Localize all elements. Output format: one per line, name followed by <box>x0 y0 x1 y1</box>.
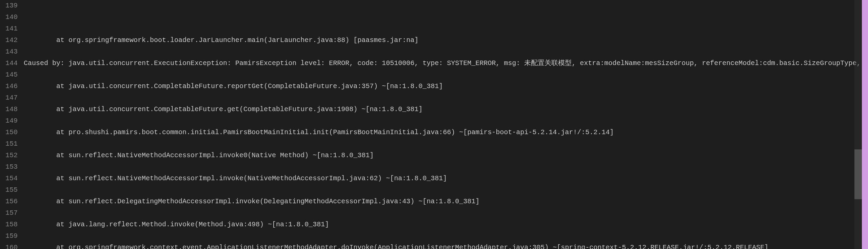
line-number: 156 <box>0 196 18 207</box>
line-number: 144 <box>0 58 18 69</box>
line-number: 148 <box>0 104 18 115</box>
line-number: 149 <box>0 115 18 127</box>
code-line[interactable]: at org.springframework.boot.loader.JarLa… <box>24 35 868 46</box>
code-line[interactable]: at sun.reflect.NativeMethodAccessorImpl.… <box>24 150 868 161</box>
line-number: 139 <box>0 0 18 12</box>
line-number: 145 <box>0 69 18 81</box>
code-line[interactable] <box>24 115 868 127</box>
code-area[interactable]: at org.springframework.boot.loader.JarLa… <box>22 0 868 249</box>
code-line[interactable] <box>24 184 868 196</box>
vertical-scrollbar-track[interactable] <box>854 0 862 249</box>
line-number: 158 <box>0 219 18 230</box>
line-number: 155 <box>0 184 18 196</box>
code-line[interactable]: at org.springframework.context.event.App… <box>24 242 868 249</box>
window-right-edge <box>862 0 868 249</box>
line-number: 140 <box>0 12 18 23</box>
line-number: 153 <box>0 161 18 173</box>
code-line[interactable] <box>24 69 868 81</box>
line-number: 154 <box>0 173 18 184</box>
line-number: 159 <box>0 230 18 242</box>
code-line[interactable]: at pro.shushi.pamirs.boot.common.initial… <box>24 127 868 138</box>
code-line[interactable]: at sun.reflect.NativeMethodAccessorImpl.… <box>24 173 868 184</box>
line-number: 150 <box>0 127 18 138</box>
code-line[interactable] <box>24 207 868 219</box>
line-number: 151 <box>0 138 18 150</box>
line-number: 141 <box>0 23 18 35</box>
code-line[interactable] <box>24 46 868 58</box>
code-line[interactable] <box>24 138 868 150</box>
line-number: 142 <box>0 35 18 46</box>
line-number: 147 <box>0 92 18 104</box>
code-line[interactable] <box>24 92 868 104</box>
line-number: 143 <box>0 46 18 58</box>
code-line[interactable]: at sun.reflect.DelegatingMethodAccessorI… <box>24 196 868 207</box>
code-line[interactable]: at java.util.concurrent.CompletableFutur… <box>24 104 868 115</box>
line-number: 146 <box>0 81 18 92</box>
code-line[interactable]: at java.lang.reflect.Method.invoke(Metho… <box>24 219 868 230</box>
code-line[interactable]: at java.util.concurrent.CompletableFutur… <box>24 81 868 92</box>
code-line[interactable] <box>24 230 868 242</box>
line-number: 157 <box>0 207 18 219</box>
vertical-scrollbar-thumb[interactable] <box>854 149 862 199</box>
line-number-gutter: 1391401411421431441451461471481491501511… <box>0 0 22 249</box>
line-number: 160 <box>0 242 18 249</box>
code-line[interactable] <box>24 161 868 173</box>
code-editor[interactable]: 1391401411421431441451461471481491501511… <box>0 0 868 249</box>
line-number: 152 <box>0 150 18 161</box>
code-line[interactable]: Caused by: java.util.concurrent.Executio… <box>24 58 868 69</box>
